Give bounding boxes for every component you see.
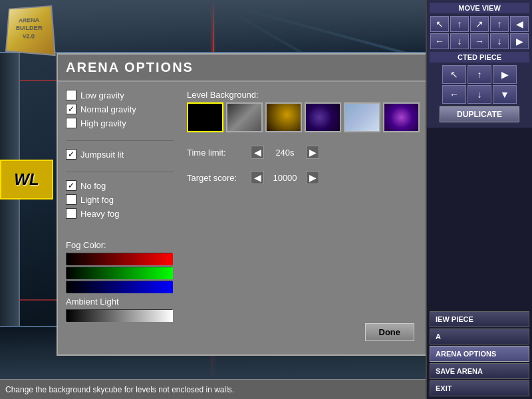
arena-options-dialog: ARENA OPTIONS Low gravity Normal gravity… [57,53,429,356]
selected-piece-label: CTED PIECE [430,52,529,63]
blue-color-bar[interactable] [66,281,172,293]
arena-a-button[interactable]: A [430,329,529,344]
target-score-label: Target score: [187,173,247,183]
fog-color-label: Fog Color: [66,240,174,250]
move-right2[interactable]: ▶ [510,33,529,49]
right-panel: MOVE VIEW ↖ ↑ ↗ ↑ ◀ ← ↓ → ↓ ▶ CTED PIECE… [426,0,532,399]
piece-up[interactable]: ↑ [467,65,491,84]
bg-thumbnails [187,102,420,132]
normal-gravity-row[interactable]: Normal gravity [66,104,174,114]
red-bar-row [66,253,174,265]
new-piece-button[interactable]: IEW PIECE [430,311,529,327]
other-group: Jumpsuit lit [66,149,174,160]
red-color-bar[interactable] [66,253,172,265]
normal-gravity-checkbox[interactable] [66,104,76,114]
green-color-bar[interactable] [66,267,172,279]
target-score-value: 10000 [267,173,303,183]
piece-ul[interactable]: ↖ [442,65,466,84]
bg-thumb-black[interactable] [187,102,223,132]
time-limit-value: 240s [267,148,303,158]
gravity-group: Low gravity Normal gravity High gravity [66,90,174,128]
low-gravity-checkbox[interactable] [66,90,76,100]
move-ur[interactable]: ↗ [470,16,489,32]
bg-thumb-gray[interactable] [226,102,263,132]
fog-color-section: Fog Color: Ambient Light [66,240,174,323]
move-left2[interactable]: ◀ [510,16,529,32]
right-panel-top: MOVE VIEW ↖ ↑ ↗ ↑ ◀ ← ↓ → ↓ ▶ CTED PIECE… [427,0,532,128]
target-score-control: ◀ 10000 ▶ [251,171,319,184]
move-down[interactable]: ↓ [450,33,469,49]
heavy-fog-checkbox[interactable] [66,208,76,219]
heavy-fog-label: Heavy fog [80,209,120,219]
bg-thumb-purple[interactable] [383,102,420,132]
time-limit-row: Time limit: ◀ 240s ▶ [187,146,420,159]
bg-thumb-moon[interactable] [265,102,302,132]
move-down2[interactable]: ↓ [490,33,509,49]
arena-options-button[interactable]: ARENA OPTIONS [430,346,529,362]
time-limit-control: ◀ 240s ▶ [251,146,319,159]
light-fog-checkbox[interactable] [66,194,76,205]
jumpsuit-lit-label: Jumpsuit lit [80,150,124,160]
level-bg-label: Level Background: [187,90,420,100]
time-limit-label: Time limit: [187,148,247,158]
high-gravity-checkbox[interactable] [66,118,76,128]
bg-thumb-ice[interactable] [344,102,380,132]
no-fog-row[interactable]: No fog [66,180,174,191]
duplicate-button[interactable]: DUPLICATE [440,106,519,122]
exit-button[interactable]: EXIT [430,380,529,396]
blue-gradient [66,281,173,293]
divider2 [66,172,174,172]
move-view-label: MOVE VIEW [430,3,529,13]
bg-thumb-nebula[interactable] [305,102,341,132]
divider1 [66,140,174,141]
piece-arrows: ↖ ↑ ▶ ← ↓ ▼ [430,65,529,104]
time-limit-increment[interactable]: ▶ [306,146,319,159]
piece-down[interactable]: ↓ [467,85,491,104]
bg-section: Level Background: [187,90,420,138]
piece-ur[interactable]: ▶ [493,65,517,84]
jumpsuit-lit-checkbox[interactable] [66,149,76,160]
light-fog-row[interactable]: Light fog [66,194,174,205]
right-panel-bottom: IEW PIECE A ARENA OPTIONS SAVE ARENA EXI… [427,309,532,399]
green-gradient [66,267,173,279]
red-gradient [66,253,173,265]
move-ul[interactable]: ↖ [430,16,449,32]
dialog-title: ARENA OPTIONS [58,55,428,82]
save-arena-button[interactable]: SAVE ARENA [430,363,529,379]
done-button[interactable]: Done [365,323,415,341]
status-bar: Change the background skycube for levels… [0,379,426,399]
target-score-decrement[interactable]: ◀ [251,171,264,184]
ambient-light-label: Ambient Light [66,297,174,307]
move-right[interactable]: → [470,33,489,49]
low-gravity-label: Low gravity [80,90,124,100]
blue-bar-row [66,281,174,293]
cube-icon: ARENA BUILDER v2.0 [5,5,56,56]
piece-right[interactable]: ▼ [493,85,517,104]
piece-left[interactable]: ← [442,85,466,104]
move-up[interactable]: ↑ [450,16,469,32]
high-gravity-label: High gravity [80,118,126,128]
fog-group: No fog Light fog Heavy fog [66,180,174,219]
no-fog-checkbox[interactable] [66,180,76,191]
heavy-fog-row[interactable]: Heavy fog [66,208,174,219]
move-left[interactable]: ← [430,33,449,49]
right-options-panel: Level Background: Time limit: ◀ 240s ▶ [187,90,420,323]
yellow-bar: WL [0,160,53,200]
time-limit-decrement[interactable]: ◀ [251,146,264,159]
high-gravity-row[interactable]: High gravity [66,118,174,128]
status-text: Change the background skycube for levels… [5,385,234,394]
target-score-row: Target score: ◀ 10000 ▶ [187,171,420,184]
move-up2[interactable]: ↑ [490,16,509,32]
white-gradient [66,310,173,322]
target-score-increment[interactable]: ▶ [306,171,319,184]
no-fog-label: No fog [80,181,106,191]
ambient-color-bar[interactable] [66,309,172,321]
move-view-arrows: ↖ ↑ ↗ ↑ ◀ ← ↓ → ↓ ▶ [430,16,529,49]
ambient-bar-row [66,309,174,321]
normal-gravity-label: Normal gravity [80,104,136,114]
low-gravity-row[interactable]: Low gravity [66,90,174,100]
jumpsuit-lit-row[interactable]: Jumpsuit lit [66,149,174,160]
left-options-panel: Low gravity Normal gravity High gravity … [66,90,174,323]
yellow-bar-text: WL [14,170,39,189]
light-fog-label: Light fog [80,195,114,205]
